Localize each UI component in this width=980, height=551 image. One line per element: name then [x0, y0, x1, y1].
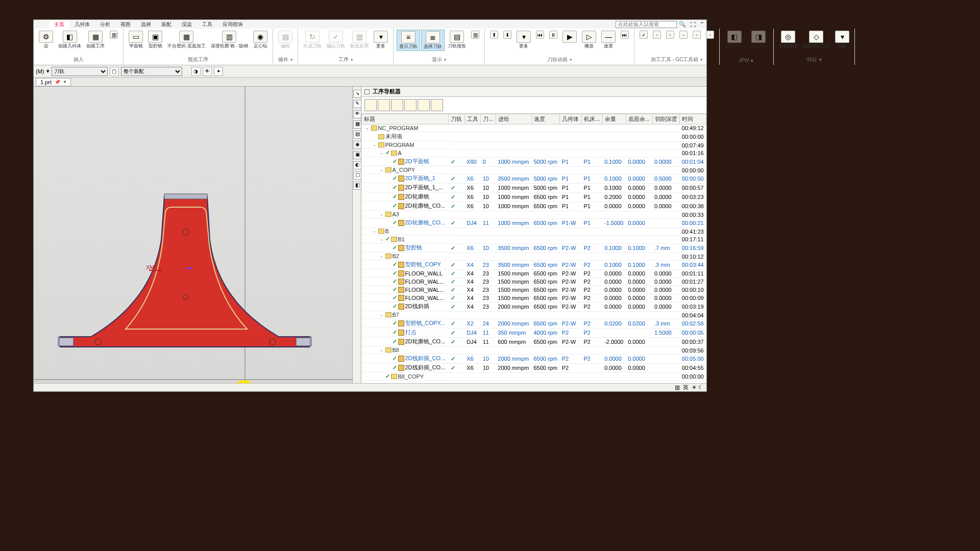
sidetool-5[interactable]: ▤ [353, 131, 361, 139]
table-row[interactable]: ✓2D线斜插_CO...✓X6102000 mmpm6500 rpmP2P20.… [362, 354, 706, 363]
ribbon-button[interactable]: ▷播放 [580, 30, 598, 50]
table-row[interactable]: -✓A00:01:16 [362, 149, 706, 157]
ribbon-button[interactable]: ◧创建几何体 [56, 30, 83, 50]
pin-icon[interactable]: 📌 [55, 80, 60, 85]
ribbon-button[interactable]: ▾更多 [514, 30, 533, 50]
ribbon-tab-装配[interactable]: 装配 [156, 20, 177, 29]
column-header[interactable]: 工具 [464, 114, 480, 124]
column-header[interactable]: 机床... [581, 114, 602, 124]
table-row[interactable]: ✓2D轮廓铣_CO...✓DJ411600 mmpm6500 rpmP2-WP2… [362, 337, 706, 346]
table-row[interactable]: ✓FLOOR_WAL...✓X4231500 mmpm6500 rpmP2-WP… [362, 278, 706, 286]
file-tab[interactable]: 1.prt 📌 × [36, 78, 71, 86]
table-row[interactable]: ✓FLOOR_WALL✓X4231500 mmpm6500 rpmP2-WP20… [362, 269, 706, 278]
navtool-1[interactable] [364, 99, 377, 111]
expander-icon[interactable]: - [379, 312, 384, 318]
ribbon-button[interactable]: ⬇ [501, 30, 513, 40]
column-header[interactable]: 切削深度 [652, 114, 680, 124]
table-row[interactable]: ✓FLOOR_WAL...✓X4231500 mmpm6500 rpmP2-WP… [362, 294, 706, 302]
table-row[interactable]: -PROGRAM00:07:49 [362, 141, 706, 149]
ribbon-button[interactable]: ▾更多 [372, 30, 390, 50]
search-input[interactable] [616, 21, 677, 28]
ribbon-button[interactable]: ▫ [664, 30, 676, 40]
sidetool-4[interactable]: ▦ [353, 120, 361, 129]
quickbar-btn1[interactable]: ▢ [110, 67, 119, 76]
expander-icon[interactable]: - [372, 142, 377, 148]
maximize-icon[interactable]: ⛶ [688, 21, 698, 28]
sidetool-1[interactable]: ↘ [353, 90, 361, 98]
ribbon-button[interactable]: ▣型腔铣 [146, 30, 164, 50]
ribbon-tab-分析[interactable]: 分析 [95, 20, 115, 29]
table-row[interactable]: -A300:00:33 [362, 211, 706, 218]
ribbon-button[interactable]: ▥ [469, 30, 481, 40]
ribbon-tab-主页[interactable]: 主页 [49, 20, 69, 29]
expander-icon[interactable]: - [379, 150, 384, 156]
ribbon-tab-几何体[interactable]: 几何体 [69, 20, 95, 29]
ribbon-tab-应用模块[interactable]: 应用模块 [217, 20, 248, 29]
ribbon-button[interactable]: ◇创建特征工艺 [800, 30, 832, 50]
ribbon-button[interactable]: ▫ [691, 30, 703, 40]
ribbon-button[interactable]: ✓ [638, 30, 650, 40]
expander-icon[interactable]: - [379, 236, 384, 242]
column-header[interactable]: 底面余... [626, 114, 652, 124]
navtool-6[interactable] [431, 99, 443, 111]
quickbar-dropdown-icon[interactable]: ▾ [46, 68, 50, 74]
ribbon-tab-视图[interactable]: 视图 [115, 20, 136, 29]
ribbon-button[interactable]: ✓确认刀轨 [325, 30, 347, 50]
table-row[interactable]: ✓2D轮廓铣✓X6101000 mmpm6500 rpmP1P10.20000.… [362, 192, 706, 202]
column-header[interactable]: 余量 [602, 114, 626, 124]
status-lang[interactable]: 英 [683, 384, 689, 391]
ribbon-button[interactable]: ↻生成刀轨 [301, 30, 324, 50]
ribbon-tab-渲染[interactable]: 渲染 [177, 20, 197, 29]
operations-table[interactable]: 标题刀轨工具刀...进给速度几何体机床...余量底面余...切削深度时间 -NC… [361, 114, 706, 381]
ribbon-button[interactable]: ◉定心钻 [251, 30, 270, 50]
expander-icon[interactable]: - [379, 167, 384, 173]
table-row[interactable]: ✓2D轮廓铣_CO...✓X6101000 mmpm6500 rpmP1P10.… [362, 202, 706, 211]
navtool-5[interactable] [418, 99, 430, 111]
select-toolpath[interactable]: 刀轨 [52, 67, 108, 76]
quickbar-btn3[interactable]: 👁 [203, 67, 212, 76]
sidetool-7[interactable]: ▣ [353, 151, 361, 159]
expander-icon[interactable]: - [379, 211, 384, 217]
table-row[interactable]: -B00:41:23 [362, 228, 706, 235]
table-row[interactable]: -NC_PROGRAM00:49:12 [362, 124, 706, 133]
column-header[interactable]: 刀... [481, 114, 496, 124]
quickbar-btn4[interactable]: ✦ [214, 67, 223, 76]
ribbon-button[interactable]: ▥深度轮廓 铣 - 陡峭 [209, 30, 251, 50]
sidetool-9[interactable]: ▢ [353, 171, 361, 180]
table-row[interactable]: -✓B100:17:11 [362, 235, 706, 243]
ribbon-button[interactable]: ▶ [560, 30, 579, 44]
search-icon[interactable]: 🔍 [677, 21, 688, 28]
table-row[interactable]: ✓FLOOR_WAL...✓X4231500 mmpm6500 rpmP2-WP… [362, 286, 706, 294]
ribbon-button[interactable]: ▫ [677, 30, 690, 40]
ribbon-button[interactable]: ▫ [704, 30, 716, 40]
table-row[interactable]: -B700:04:04 [362, 311, 706, 319]
table-row[interactable]: -B200:10:12 [362, 253, 706, 260]
ribbon-button[interactable]: ⬆ [488, 30, 500, 40]
table-row[interactable]: ✓型腔铣_COPY...✓X2242000 mmpm6500 rpmP2-WP2… [362, 319, 706, 328]
navtool-2[interactable] [378, 99, 390, 111]
column-header[interactable]: 时间 [680, 114, 706, 124]
column-header[interactable]: 几何体 [560, 114, 582, 124]
table-row[interactable]: -A_COPY00:00:00 [362, 166, 706, 174]
sidetool-6[interactable]: ◉ [353, 141, 361, 149]
column-header[interactable]: 刀轨 [449, 114, 464, 124]
ribbon-tab-工具[interactable]: 工具 [197, 20, 217, 29]
column-header[interactable]: 标题 [362, 114, 449, 124]
table-row[interactable]: ✓2D线斜插_CO...✓X6102000 mmpm6500 rpmP20.00… [362, 363, 706, 372]
table-row[interactable]: 未用项00:00:00 [362, 132, 706, 141]
ribbon-button[interactable]: ▤刀轨报告 [446, 30, 468, 50]
table-row[interactable]: ✓2D平面铣_1_...✓X6101000 mmpm5000 rpmP1P10.… [362, 183, 706, 192]
ribbon-button[interactable]: ⏮ [534, 30, 546, 40]
navtool-4[interactable] [404, 99, 416, 111]
close-icon[interactable]: × [63, 79, 66, 85]
sidetool-8[interactable]: ◐ [353, 161, 361, 169]
ribbon-button[interactable]: ≡显示刀轨 [397, 30, 420, 51]
ribbon-button[interactable]: ⏭ [619, 30, 631, 40]
table-row[interactable]: ✓2D平面铣✓X8001000 mmpm5000 rpmP1P10.10000.… [362, 157, 706, 166]
ribbon-button[interactable]: ▥延迟处理 [348, 30, 371, 50]
ribbon-button[interactable]: ▦创建工序 [84, 30, 107, 50]
table-row[interactable]: ✓2D轮廓铣_CO...✓DJ4111000 mmpm6500 rpmP1-WP… [362, 218, 706, 228]
part-model[interactable]: XM Y [34, 87, 352, 383]
viewport-3d[interactable]: XM Y ✥ [34, 87, 352, 383]
expander-icon[interactable]: - [379, 253, 384, 259]
